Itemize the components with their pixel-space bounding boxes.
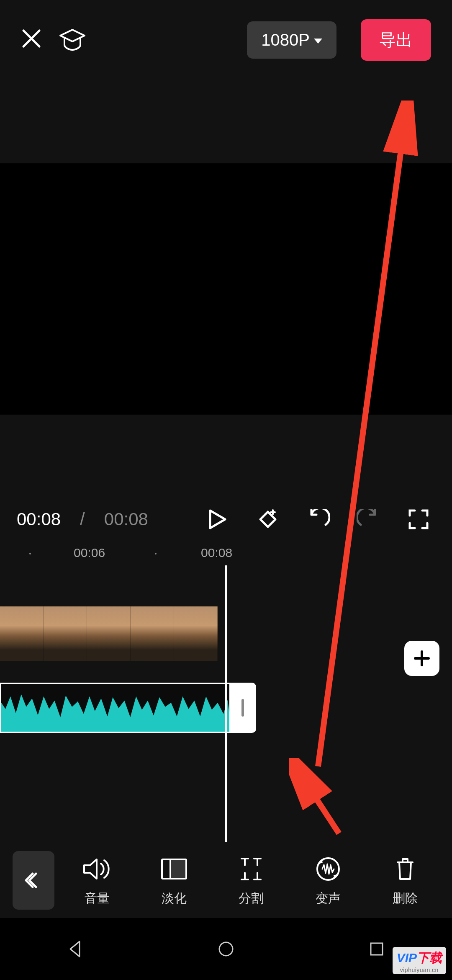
video-thumbnail [44, 606, 87, 661]
svg-rect-5 [371, 943, 383, 955]
delete-icon [394, 854, 416, 884]
split-icon [240, 854, 262, 884]
tool-label: 删除 [393, 890, 418, 907]
playhead[interactable] [225, 565, 227, 842]
tool-split[interactable]: 分割 [217, 854, 285, 907]
voice-change-icon [316, 854, 341, 884]
total-time: 00:08 [104, 509, 148, 529]
watermark: VIP下载 viphuiyuan.cn [393, 947, 446, 974]
video-thumbnail [87, 606, 131, 661]
video-preview[interactable] [0, 163, 452, 415]
timeline-ruler: 00:06 00:08 [0, 540, 452, 565]
tool-label: 分割 [239, 890, 264, 907]
header-bar: 1080P 导出 [0, 0, 452, 80]
playback-controls: 00:08 / 00:08 [0, 498, 452, 540]
nav-home-icon[interactable] [201, 932, 251, 966]
tool-label: 淡化 [162, 890, 187, 907]
tutorial-icon[interactable] [59, 28, 86, 52]
resolution-selector[interactable]: 1080P [247, 21, 336, 59]
tool-voice-change[interactable]: 变声 [294, 854, 362, 907]
ruler-dot [155, 553, 157, 554]
edit-toolbar: 音量 淡化 分割 变声 删除 [0, 843, 452, 918]
fade-icon [160, 854, 188, 884]
svg-point-4 [219, 942, 233, 956]
nav-back-icon[interactable] [50, 932, 100, 966]
android-navbar [0, 918, 452, 980]
add-clip-button[interactable] [404, 641, 439, 676]
audio-waveform [1, 684, 229, 733]
time-separator: / [77, 509, 87, 529]
tool-label: 音量 [85, 890, 110, 907]
resolution-label: 1080P [261, 31, 310, 49]
audio-clip-handle[interactable] [229, 683, 256, 733]
tool-label: 变声 [316, 890, 341, 907]
current-time: 00:08 [17, 509, 61, 529]
ruler-tick-label: 00:08 [201, 546, 232, 560]
undo-icon[interactable] [301, 503, 335, 536]
audio-track[interactable] [0, 683, 229, 733]
watermark-brand-2: 下载 [417, 951, 442, 965]
ruler-tick-label: 00:06 [74, 546, 105, 560]
toolbar-back-button[interactable] [13, 851, 54, 910]
watermark-brand-1: VIP [397, 951, 417, 965]
chevron-down-icon [314, 39, 322, 44]
watermark-url: viphuiyuan.cn [397, 967, 442, 973]
export-button[interactable]: 导出 [361, 19, 431, 61]
play-icon[interactable] [201, 503, 234, 536]
tool-volume[interactable]: 音量 [63, 854, 131, 907]
close-icon[interactable] [21, 24, 42, 55]
fullscreen-icon[interactable] [402, 503, 435, 536]
svg-rect-2 [170, 859, 186, 879]
tool-fade[interactable]: 淡化 [140, 854, 208, 907]
video-thumbnail [0, 606, 44, 661]
video-thumbnail [174, 606, 218, 661]
export-label: 导出 [379, 31, 413, 49]
video-track[interactable] [0, 606, 218, 661]
video-thumbnail [131, 606, 174, 661]
volume-icon [82, 854, 112, 884]
keyframe-icon[interactable] [251, 503, 285, 536]
timeline[interactable]: 00:06 00:08 [0, 540, 452, 842]
redo-icon[interactable] [352, 503, 385, 536]
ruler-dot [29, 553, 31, 554]
tool-delete[interactable]: 删除 [371, 854, 439, 907]
